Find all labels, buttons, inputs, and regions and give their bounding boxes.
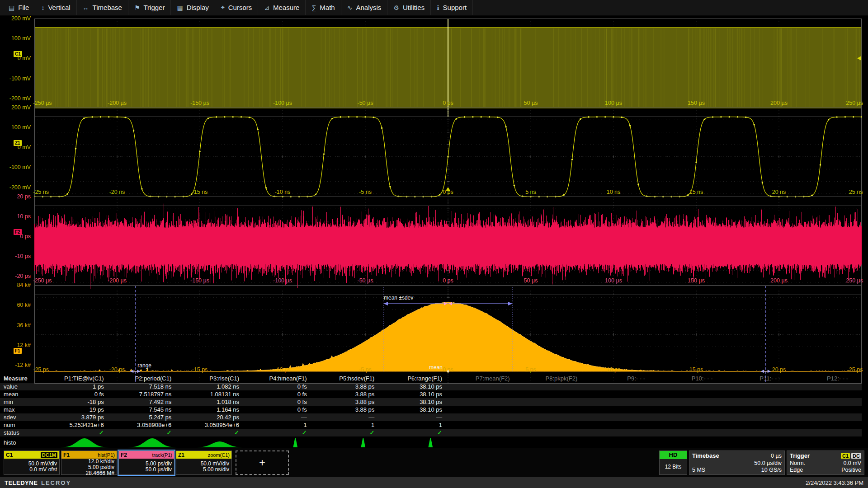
row-label: sdev xyxy=(0,414,50,421)
status-check-icon: ✓ xyxy=(253,429,321,436)
descriptor-z1[interactable]: Z1zoom(C1)50.0 mV/div5.00 ns/div xyxy=(176,450,232,475)
y-tick: -200 mV xyxy=(9,184,31,191)
menu-timebase[interactable]: ↔Timebase xyxy=(77,0,128,15)
trace-badge-c1[interactable]: C1 xyxy=(14,51,22,57)
measure-row-min: min-18 ps7.492 ns1.018 ns0 fs3.88 ps38.1… xyxy=(0,398,862,406)
row-label: max xyxy=(0,406,50,413)
x-tick: 200 µs xyxy=(770,277,788,284)
trace-setting: 28.4666 M# xyxy=(86,470,114,476)
histicon-bell xyxy=(50,437,113,448)
y-tick: 60 k# xyxy=(17,302,31,308)
measure-cell: 7.518 ns xyxy=(118,383,185,390)
measure-histicon-cell xyxy=(50,437,118,448)
measure-cell: 38.10 ps xyxy=(388,391,456,398)
measure-cell: 1.08131 ns xyxy=(185,391,253,398)
trigger-source-badge: C1 xyxy=(841,453,850,459)
x-tick: -100 µs xyxy=(273,100,292,106)
support-icon: ℹ xyxy=(437,4,439,11)
menu-label: Utilities xyxy=(403,4,425,11)
trace-badge-f2[interactable]: F2 xyxy=(14,229,22,235)
menu-file[interactable]: ▤File xyxy=(3,0,35,15)
trigger-box[interactable]: Trigger C1 DC Norm. 0.0 mV Edge Positive xyxy=(787,450,864,475)
descriptor-f1[interactable]: F1hist(P1)12.0 k#/div5.00 ps/div28.4666 … xyxy=(61,450,117,475)
menu-math[interactable]: ∑Math xyxy=(306,0,341,15)
descriptor-c1[interactable]: C1DC1M50.0 mV/div0.0 mV ofst xyxy=(4,450,60,475)
display-icon: ▦ xyxy=(177,4,183,11)
row-label: status xyxy=(0,429,50,436)
y-axis-f2: 20 ps10 ps0 ps-10 ps-20 psF2 xyxy=(0,197,34,277)
histicon-bell_small xyxy=(185,437,248,448)
x-tick: -50 µs xyxy=(358,277,373,284)
trace-tag: zoom(C1) xyxy=(208,452,230,458)
add-trace-button[interactable]: + xyxy=(236,450,289,475)
vertical-icon: ↕ xyxy=(41,4,44,11)
menu-vertical[interactable]: ↕Vertical xyxy=(35,0,76,15)
timebase-samples: 5 MS xyxy=(692,467,705,473)
menu-cursors[interactable]: ⌖Cursors xyxy=(215,0,258,15)
trace-name: F2 xyxy=(121,452,127,458)
row-label: mean xyxy=(0,391,50,398)
hd-label: HD xyxy=(660,451,687,459)
menu-measure[interactable]: ⊿Measure xyxy=(258,0,306,15)
plot-f1[interactable]: mean ±sdevrangemean xyxy=(34,285,862,365)
x-tick: -100 µs xyxy=(273,277,292,284)
measure-cell: 0 fs xyxy=(253,406,321,413)
menu-label: Math xyxy=(320,4,335,11)
plot-z1[interactable] xyxy=(34,108,862,188)
x-axis-c1: -250 µs-200 µs-150 µs-100 µs-50 µs0 ps50… xyxy=(34,99,862,108)
y-tick: -100 mV xyxy=(9,75,31,82)
x-axis-f1: -25 ps-20 ps-15 ps-10 ps-5 ps0 ps5 ps10 … xyxy=(34,365,862,374)
x-tick: -25 ns xyxy=(33,189,49,195)
x-tick: 250 µs xyxy=(846,100,863,106)
menu-analysis[interactable]: ∿Analysis xyxy=(341,0,388,15)
x-tick: -250 µs xyxy=(33,277,52,284)
trace-badge-f1[interactable]: F1 xyxy=(14,348,22,354)
menu-bar: ▤File↕Vertical↔Timebase⚑Trigger▦Display⌖… xyxy=(0,0,868,15)
acquisition-dock: HD 12 Bits Timebase 0 µs 50.0 µs/div 5 M… xyxy=(659,450,864,475)
x-tick: -10 ns xyxy=(275,189,291,195)
grid-f1: 84 k#60 k#36 k#12 k#-12 k#F1mean ±sdevra… xyxy=(0,285,868,374)
histicon-spike xyxy=(388,437,451,448)
measure-histicon-cell xyxy=(321,437,388,448)
trace-setting: 5.00 ns/div xyxy=(203,467,229,473)
measure-histicon-cell xyxy=(185,437,253,448)
trigger-coupling-badge: DC xyxy=(851,453,861,459)
trigger-level-marker[interactable] xyxy=(857,56,861,61)
trace-tag: hist(P1) xyxy=(98,452,115,458)
x-tick: -15 ns xyxy=(192,189,208,195)
brand-teledyne: TELEDYNE xyxy=(5,479,38,486)
status-check-icon: ✓ xyxy=(50,429,118,436)
menu-trigger[interactable]: ⚑Trigger xyxy=(128,0,171,15)
x-tick: 50 µs xyxy=(524,277,538,284)
measure-cell: 38.10 ps xyxy=(388,383,456,390)
menu-support[interactable]: ℹSupport xyxy=(431,0,473,15)
menu-display[interactable]: ▦Display xyxy=(171,0,215,15)
x-tick: 0 ps xyxy=(443,100,453,106)
plot-c1[interactable] xyxy=(34,19,862,99)
measure-row-status: status✓✓✓✓✓✓ xyxy=(0,429,862,436)
timebase-box[interactable]: Timebase 0 µs 50.0 µs/div 5 MS 10 GS/s xyxy=(689,450,785,475)
hd-indicator[interactable]: HD 12 Bits xyxy=(659,450,687,475)
menu-label: Support xyxy=(443,4,467,11)
y-tick: -12 k# xyxy=(15,362,31,368)
measure-cell: 1.082 ns xyxy=(185,383,253,390)
menu-label: Timebase xyxy=(93,4,122,11)
measure-cell: 0 fs xyxy=(253,383,321,390)
descriptor-f2[interactable]: F2track(P1)5.00 ps/div50.0 µs/div xyxy=(118,450,175,475)
trace-badge-z1[interactable]: Z1 xyxy=(14,140,22,146)
timebase-scale: 50.0 µs/div xyxy=(754,460,782,466)
measure-row-num: num5.253421e+63.058908e+63.058954e+6111 xyxy=(0,421,862,429)
y-tick: 200 mV xyxy=(11,15,31,22)
y-tick: -100 mV xyxy=(9,164,31,170)
measure-cell: — xyxy=(321,414,388,421)
y-tick: 10 ps xyxy=(17,213,31,220)
menu-utilities[interactable]: ⚙Utilities xyxy=(387,0,431,15)
trigger-time-marker[interactable] xyxy=(446,187,450,191)
x-tick: 10 ns xyxy=(607,189,621,195)
plot-f2[interactable] xyxy=(34,197,862,277)
x-tick: -20 ps xyxy=(109,366,125,373)
x-tick: 150 µs xyxy=(688,100,705,106)
math-icon: ∑ xyxy=(311,4,316,11)
measure-cell: 7.518797 ns xyxy=(118,391,185,398)
x-tick: 15 ps xyxy=(689,366,703,373)
